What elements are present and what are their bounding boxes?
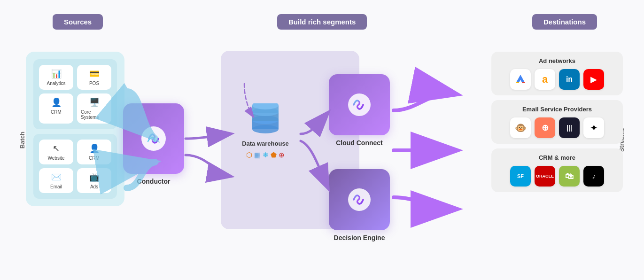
crm-stream-label: CRM — [89, 156, 100, 161]
destinations-panel: Ad networks a in ▶ Em — [491, 52, 623, 192]
oracle-netsuite-logo: ORACLE — [535, 166, 555, 187]
hubspot-logo: ⊕ — [535, 117, 555, 138]
ad-networks-group: Ad networks a in ▶ — [491, 52, 623, 95]
analytics-source: 📊 Analytics — [39, 65, 73, 90]
tiktok-logo: ♪ — [583, 166, 604, 187]
decision-engine-box — [329, 169, 390, 230]
amazon-logo: a — [535, 69, 555, 90]
conductor-icon — [140, 124, 168, 153]
core-label: Core Systems — [81, 109, 108, 120]
conductor-label: Conductor — [123, 178, 184, 185]
cloud-connect-label: Cloud Connect — [329, 139, 390, 147]
crm-source: 👤 CRM — [39, 93, 73, 124]
email-label: Email — [50, 184, 62, 189]
core-icon: 🖥️ — [89, 97, 100, 108]
klaviyo-logo: ||| — [559, 117, 580, 138]
sources-header: Sources — [53, 14, 103, 30]
batch-label: Batch — [19, 132, 26, 148]
mailchimp-logo: 🐵 — [510, 117, 531, 138]
crm-group: CRM & more SF ORACLE 🛍 ♪ — [491, 148, 623, 192]
pos-source: 💳 POS — [77, 65, 111, 90]
youtube-logo: ▶ — [583, 69, 604, 90]
crm-label: CRM — [51, 109, 62, 115]
sources-panel: 📊 Analytics 💳 POS 👤 CRM 🖥️ Core Systems … — [26, 52, 124, 206]
snowflake-icon: ❄ — [263, 151, 269, 159]
segments-header: Build rich segments — [277, 14, 367, 30]
dw-tech-icons: ⬡ ▦ ❄ ⬟ ⊕ — [246, 151, 285, 159]
pos-icon: 💳 — [89, 69, 100, 79]
decision-engine-label: Decision Engine — [329, 234, 390, 241]
ads-source: 📺 Ads — [77, 168, 111, 193]
email-source: ✉️ Email — [39, 168, 73, 193]
cloud-connect-icon — [345, 92, 373, 118]
pos-label: POS — [89, 81, 99, 86]
esp-group: Email Service Providers 🐵 ⊕ ||| ✦ — [491, 100, 623, 144]
esp-logos: 🐵 ⊕ ||| ✦ — [499, 117, 615, 138]
website-label: Website — [48, 156, 65, 161]
ad-networks-logos: a in ▶ — [499, 69, 615, 90]
website-icon: ↖ — [53, 143, 60, 154]
kinesis-icon: ▦ — [254, 151, 261, 159]
crm-logos: SF ORACLE 🛍 ♪ — [499, 166, 615, 187]
streams-sources: ↖ Website 👤 CRM ✉️ Email 📺 Ads — [33, 134, 117, 199]
salesforce-logo: SF — [510, 166, 531, 187]
website-source: ↖ Website — [39, 140, 73, 164]
destinations-header: Destinations — [532, 14, 597, 30]
analytics-label: Analytics — [47, 81, 65, 86]
other-esp-logo: ✦ — [583, 117, 604, 138]
data-warehouse-box: Data warehouse ⬡ ▦ ❄ ⬟ ⊕ — [230, 103, 301, 159]
redshift-icon: ⬡ — [246, 151, 252, 159]
diagram-container: Sources Build rich segments Destinations… — [0, 0, 644, 280]
google-ads-logo — [510, 69, 531, 90]
dw-label: Data warehouse — [242, 140, 289, 147]
crm-icon: 👤 — [51, 97, 62, 108]
athena-icon: ⬟ — [271, 151, 277, 159]
conductor-box — [123, 103, 184, 174]
decision-engine-icon — [345, 187, 373, 213]
email-icon: ✉️ — [51, 172, 62, 182]
ads-label: Ads — [90, 184, 98, 189]
analytics-icon: 📊 — [51, 69, 62, 79]
crm-stream-icon: 👤 — [89, 143, 100, 154]
shopify-logo: 🛍 — [559, 166, 580, 187]
database-icon — [247, 103, 284, 136]
ad-networks-title: Ad networks — [499, 57, 615, 64]
ads-icon: 📺 — [89, 172, 100, 182]
crm-stream-source: 👤 CRM — [77, 140, 111, 164]
other-icon: ⊕ — [279, 151, 285, 159]
batch-sources: 📊 Analytics 💳 POS 👤 CRM 🖥️ Core Systems — [33, 59, 117, 129]
esp-title: Email Service Providers — [499, 106, 615, 113]
cloud-connect-box — [329, 74, 390, 135]
linkedin-logo: in — [559, 69, 580, 90]
core-systems-source: 🖥️ Core Systems — [77, 93, 111, 124]
crm-title: CRM & more — [499, 154, 615, 161]
